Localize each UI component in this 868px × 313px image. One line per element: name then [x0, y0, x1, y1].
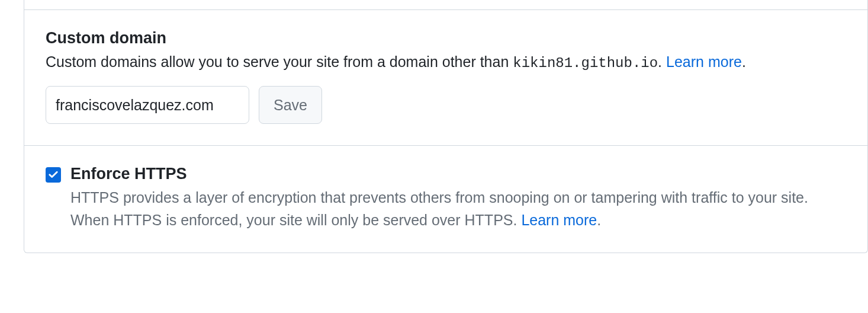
settings-panel: Custom domain Custom domains allow you t… [24, 0, 868, 253]
enforce-https-description-line2-suffix: . [597, 212, 601, 228]
enforce-https-learn-more-link[interactable]: Learn more [521, 212, 597, 228]
custom-domain-learn-more-link[interactable]: Learn more [666, 53, 742, 70]
custom-domain-input[interactable] [46, 86, 249, 124]
custom-domain-description-end: . [742, 53, 746, 70]
custom-domain-description-suffix: . [658, 53, 666, 70]
enforce-https-section: Enforce HTTPS HTTPS provides a layer of … [24, 145, 867, 253]
enforce-https-checkbox[interactable] [46, 167, 61, 183]
enforce-https-row: Enforce HTTPS HTTPS provides a layer of … [46, 165, 846, 231]
default-domain-code: kikin81.github.io [513, 55, 658, 71]
enforce-https-label[interactable]: Enforce HTTPS [70, 165, 187, 183]
top-spacer [24, 0, 867, 9]
enforce-https-description: HTTPS provides a layer of encryption tha… [70, 187, 846, 231]
enforce-https-content: Enforce HTTPS HTTPS provides a layer of … [70, 165, 846, 231]
enforce-https-description-line2-prefix: When HTTPS is enforced, your site will o… [70, 212, 521, 228]
custom-domain-title: Custom domain [46, 29, 846, 47]
custom-domain-form-row: Save [46, 86, 846, 124]
save-button[interactable]: Save [259, 86, 322, 124]
enforce-https-description-line1: HTTPS provides a layer of encryption tha… [70, 189, 808, 206]
custom-domain-section: Custom domain Custom domains allow you t… [24, 9, 867, 145]
custom-domain-description-prefix: Custom domains allow you to serve your s… [46, 53, 513, 70]
checkbox-wrapper [46, 167, 61, 183]
custom-domain-description: Custom domains allow you to serve your s… [46, 51, 846, 74]
